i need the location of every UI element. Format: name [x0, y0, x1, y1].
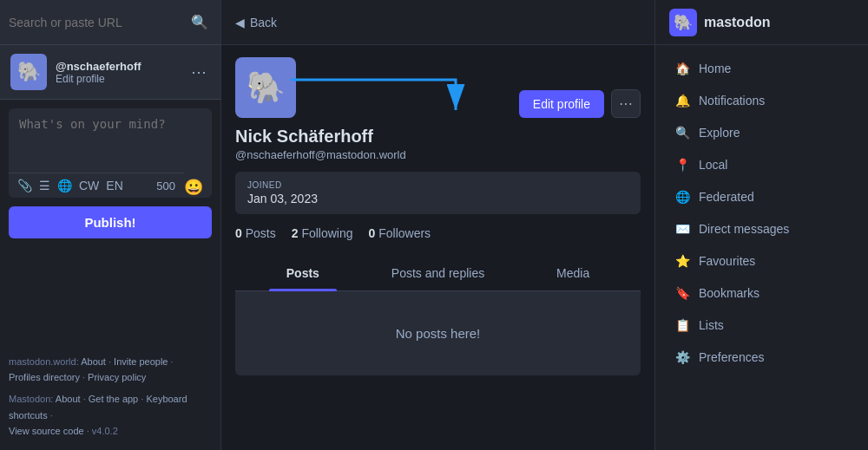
list-icon[interactable]: ☰ — [39, 179, 50, 192]
favourites-icon: ⭐ — [674, 254, 690, 268]
edit-profile-button[interactable]: Edit profile — [519, 90, 604, 118]
tab-posts-replies[interactable]: Posts and replies — [371, 256, 506, 290]
profile-big-avatar: 🐘 — [235, 57, 296, 118]
right-panel: 🐘 mastodon 🏠 Home 🔔 Notifications 🔍 Expl… — [655, 0, 868, 450]
bookmarks-icon: 🔖 — [674, 286, 690, 300]
direct-messages-icon: ✉️ — [674, 222, 690, 236]
nav-label-lists: Lists — [699, 318, 724, 332]
footer-privacy-link[interactable]: Privacy policy — [88, 372, 146, 382]
profile-handle: @nschaeferhoff — [56, 60, 187, 73]
home-icon: 🏠 — [674, 62, 690, 75]
middle-panel: ◀ Back 🐘 Edit profile ⋯ — [221, 0, 655, 450]
avatar: 🐘 — [10, 54, 47, 90]
profile-more-button[interactable]: ⋯ — [611, 89, 641, 118]
nav-item-favourites[interactable]: ⭐ Favourites — [661, 245, 863, 277]
nav-item-direct-messages[interactable]: ✉️ Direct messages — [661, 213, 863, 245]
nav-menu: 🏠 Home 🔔 Notifications 🔍 Explore 📍 Local… — [655, 45, 868, 381]
nav-label-favourites: Favourites — [699, 254, 755, 268]
profile-name: Nick Schäferhoff — [235, 127, 641, 147]
user-profile-card: 🐘 @nschaeferhoff Edit profile ⋯ — [0, 45, 220, 100]
profile-header: 🐘 Edit profile ⋯ — [235, 45, 641, 127]
empty-posts-message: No posts here! — [396, 326, 481, 341]
edit-profile-link[interactable]: Edit profile — [56, 73, 187, 85]
nav-label-explore: Explore — [699, 126, 740, 140]
empty-posts: No posts here! — [235, 291, 641, 375]
left-footer: mastodon.world: About · Invite people · … — [0, 345, 220, 450]
mastodon-logo-icon: 🐘 — [669, 9, 697, 36]
nav-item-preferences[interactable]: ⚙️ Preferences — [661, 342, 863, 373]
nav-label-federated: Federated — [699, 190, 754, 204]
tab-posts[interactable]: Posts — [235, 256, 371, 290]
following-stat: 2 Following — [292, 226, 353, 240]
stats-row: 0 Posts 2 Following 0 Followers — [235, 226, 641, 240]
cw-button[interactable]: CW — [79, 179, 99, 192]
nav-label-bookmarks: Bookmarks — [699, 286, 760, 300]
left-panel: 🔍 🐘 @nschaeferhoff Edit profile ⋯ 😀 📎 ☰ … — [0, 0, 221, 450]
nav-item-federated[interactable]: 🌐 Federated — [661, 181, 863, 212]
followers-stat: 0 Followers — [369, 226, 431, 240]
nav-item-home[interactable]: 🏠 Home — [661, 53, 863, 84]
compose-toolbar: 📎 ☰ 🌐 CW EN 500 — [9, 173, 184, 198]
back-button[interactable]: ◀ Back — [235, 16, 277, 29]
posts-stat: 0 Posts — [235, 226, 276, 240]
compose-textarea[interactable] — [9, 108, 212, 169]
profiles-directory-link[interactable]: Profiles directory — [9, 372, 80, 382]
nav-label-direct-messages: Direct messages — [699, 222, 789, 236]
search-bar: 🔍 — [0, 0, 220, 45]
footer-about-link[interactable]: About — [81, 356, 106, 367]
back-arrow-icon: ◀ — [235, 16, 245, 29]
local-icon: 📍 — [674, 158, 690, 172]
profile-more-button[interactable]: ⋯ — [187, 59, 210, 85]
footer-mastodon-label: Mastodon: — [9, 394, 53, 404]
footer-get-app[interactable]: Get the app — [89, 394, 139, 404]
globe-icon[interactable]: 🌐 — [57, 179, 72, 192]
nav-label-notifications: Notifications — [699, 94, 765, 108]
attachment-icon[interactable]: 📎 — [17, 179, 32, 192]
preferences-icon: ⚙️ — [674, 350, 690, 364]
emoji-button[interactable]: 😀 — [184, 173, 212, 197]
nav-item-lists[interactable]: 📋 Lists — [661, 310, 863, 341]
nav-label-preferences: Preferences — [699, 350, 764, 364]
nav-item-bookmarks[interactable]: 🔖 Bookmarks — [661, 277, 863, 309]
lists-icon: 📋 — [674, 318, 690, 332]
explore-icon: 🔍 — [674, 126, 690, 140]
footer-source-code[interactable]: View source code — [9, 426, 84, 436]
mastodon-logo: 🐘 mastodon — [655, 0, 868, 45]
profile-content: 🐘 Edit profile ⋯ Nick Schäferhoff @nscha — [221, 45, 654, 389]
mastodon-logo-text: mastodon — [704, 15, 770, 30]
publish-button[interactable]: Publish! — [9, 206, 212, 238]
profile-username: @nschaeferhoff@mastodon.world — [235, 148, 641, 161]
profile-header-actions: Edit profile ⋯ — [519, 89, 641, 118]
search-input[interactable] — [9, 16, 187, 29]
nav-label-local: Local — [699, 158, 727, 172]
nav-label-home: Home — [699, 62, 731, 75]
footer-mastodon-links: Mastodon: About · Get the app · Keyboard… — [9, 391, 212, 440]
char-count: 500 — [156, 179, 175, 192]
joined-date: Jan 03, 2023 — [247, 192, 628, 205]
notifications-icon: 🔔 — [674, 94, 690, 108]
tab-media[interactable]: Media — [505, 256, 641, 290]
nav-item-local[interactable]: 📍 Local — [661, 149, 863, 180]
federated-icon: 🌐 — [674, 190, 690, 204]
search-button[interactable]: 🔍 — [187, 10, 212, 34]
nav-item-explore[interactable]: 🔍 Explore — [661, 117, 863, 148]
footer-site-links: mastodon.world: About · Invite people · … — [9, 354, 212, 386]
footer-mastodon-about[interactable]: About — [56, 394, 81, 404]
footer-version: v4.0.2 — [92, 426, 118, 436]
back-label: Back — [250, 16, 277, 29]
nav-item-notifications[interactable]: 🔔 Notifications — [661, 85, 863, 116]
joined-label: JOINED — [247, 180, 628, 190]
compose-area: 😀 📎 ☰ 🌐 CW EN 500 — [9, 108, 212, 198]
back-bar: ◀ Back — [221, 0, 654, 45]
footer-site-name: mastodon.world: — [9, 356, 79, 367]
footer-invite-link[interactable]: Invite people — [114, 356, 168, 367]
joined-box: JOINED Jan 03, 2023 — [235, 172, 641, 214]
tabs-row: Posts Posts and replies Media — [235, 256, 641, 291]
en-button[interactable]: EN — [106, 179, 122, 192]
